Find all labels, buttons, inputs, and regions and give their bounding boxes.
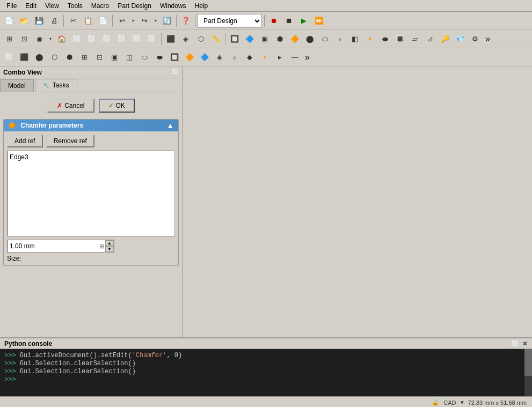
pd-btn2[interactable]: 🔷 (243, 32, 257, 46)
dimensions-label: 72.33 mm x 51.68 mm (468, 399, 527, 406)
pd-btn14[interactable]: ⊿ (423, 32, 437, 46)
add-ref-button[interactable]: Add ref (7, 135, 43, 147)
pd3-btn12[interactable]: 🔲 (167, 50, 181, 64)
maximize-icon[interactable]: ⬜ (171, 69, 179, 76)
left-btn[interactable]: ⬜ (145, 32, 159, 46)
pd3-btn9[interactable]: ◫ (122, 50, 136, 64)
menu-part-design[interactable]: Part Design (113, 1, 156, 11)
top-btn[interactable]: ⬜ (85, 32, 99, 46)
undo-btn[interactable]: ↩ (115, 14, 129, 28)
python-body[interactable]: >>> Gui.activeDocument().setEdit('Chamfe… (0, 349, 524, 396)
pd3-btn6[interactable]: ⊞ (77, 50, 91, 64)
pd-btn6[interactable]: ⬤ (303, 32, 317, 46)
copy-btn[interactable]: 📋 (81, 14, 95, 28)
redo-dropdown[interactable]: ▾ (152, 14, 159, 28)
pd3-btn13[interactable]: 🔶 (183, 50, 196, 64)
menu-file[interactable]: File (2, 1, 21, 11)
python-popout-icon[interactable]: ⬜ (511, 340, 519, 347)
pd3-btn20[interactable]: — (288, 50, 302, 64)
python-header-icons: ⬜ ✕ (511, 340, 528, 347)
pd3-btn2[interactable]: ⬛ (17, 50, 31, 64)
pd-btn10[interactable]: 🔸 (363, 32, 377, 46)
pd3-btn4[interactable]: ⬡ (47, 50, 61, 64)
chamfer-collapse-icon[interactable]: ▲ (166, 121, 174, 130)
pd-btn5[interactable]: 🔶 (288, 32, 302, 46)
macro-play-btn[interactable]: ▶ (297, 14, 311, 28)
fit-sel-btn[interactable]: ⊡ (17, 32, 31, 46)
undo-dropdown[interactable]: ▾ (130, 14, 136, 28)
pd-btn9[interactable]: ◧ (348, 32, 362, 46)
rear-btn[interactable]: ⬜ (115, 32, 129, 46)
tab-model[interactable]: Model (0, 79, 34, 92)
refresh-btn[interactable]: 🔄 (160, 14, 174, 28)
pd3-btn1[interactable]: ⬜ (2, 50, 16, 64)
front-btn[interactable]: ⬜ (70, 32, 84, 46)
cancel-button[interactable]: ✗ Cancel (47, 99, 94, 113)
home-btn[interactable]: 🏠 (55, 32, 69, 46)
pd-btn1[interactable]: 🔲 (228, 32, 242, 46)
pd-btn4[interactable]: ⬢ (273, 32, 287, 46)
macro-stop-btn[interactable]: ⏹ (282, 14, 296, 28)
edge-list[interactable]: Edge3 (7, 151, 175, 236)
draw-style-btn[interactable]: ◉ (32, 32, 46, 46)
pd3-btn14[interactable]: 🔷 (198, 50, 212, 64)
save-btn[interactable]: 💾 (32, 14, 46, 28)
pd3-btn19[interactable]: ▸ (273, 50, 287, 64)
more-btn[interactable]: » (485, 34, 490, 44)
python-close-icon[interactable]: ✕ (522, 340, 528, 347)
pd-btn8[interactable]: ⬨ (333, 32, 347, 46)
pd-btn17[interactable]: ⚙ (468, 32, 482, 46)
pd-btn7[interactable]: ⬭ (318, 32, 332, 46)
menu-edit[interactable]: Edit (21, 1, 41, 11)
pd3-btn11[interactable]: ⬬ (152, 50, 166, 64)
print-btn[interactable]: 🖨 (47, 14, 61, 28)
bottom-btn[interactable]: ⬜ (130, 32, 144, 46)
ok-button[interactable]: ✓ OK (99, 99, 135, 113)
remove-ref-button[interactable]: Remove ref (46, 135, 94, 147)
pd-btn11[interactable]: ⬬ (378, 32, 392, 46)
pd3-btn17[interactable]: ◆ (243, 50, 257, 64)
pd3-btn10[interactable]: ⬭ (137, 50, 151, 64)
spin-up[interactable]: ▲ (105, 240, 114, 246)
pd3-btn5[interactable]: ⬢ (62, 50, 76, 64)
ortho-btn[interactable]: ◈ (179, 32, 193, 46)
pd3-btn8[interactable]: ▣ (107, 50, 121, 64)
python-scroll-thumb[interactable] (524, 349, 532, 376)
pd-btn15[interactable]: 🔑 (438, 32, 452, 46)
pd-btn13[interactable]: ▱ (408, 32, 422, 46)
pd3-btn15[interactable]: ◈ (213, 50, 227, 64)
measure-btn[interactable]: 📏 (209, 32, 223, 46)
pd-btn12[interactable]: 🔳 (393, 32, 407, 46)
tab-tasks[interactable]: 🔧 Tasks (35, 79, 77, 92)
clip-btn[interactable]: ⬡ (194, 32, 208, 46)
menu-windows[interactable]: Windows (156, 1, 191, 11)
spin-down[interactable]: ▼ (105, 246, 114, 252)
size-input[interactable] (8, 241, 98, 251)
python-scrollbar[interactable] (524, 349, 532, 396)
right-btn[interactable]: ⬜ (100, 32, 114, 46)
redo-btn[interactable]: ↪ (137, 14, 151, 28)
pd-btn3[interactable]: ▣ (258, 32, 272, 46)
cut-btn[interactable]: ✂ (66, 14, 80, 28)
draw-style-arrow[interactable]: ▾ (47, 32, 54, 46)
menu-view[interactable]: View (41, 1, 63, 11)
help-btn[interactable]: ❓ (179, 14, 193, 28)
pd3-btn7[interactable]: ⊡ (92, 50, 106, 64)
menu-help[interactable]: Help (191, 1, 213, 11)
workbench-dropdown[interactable]: Part Design (198, 14, 262, 28)
pd-btn16[interactable]: 💎 (453, 32, 467, 46)
box-select-btn[interactable]: ⬛ (164, 32, 178, 46)
cad-dropdown-icon[interactable]: ▾ (461, 399, 464, 406)
new-btn[interactable]: 📄 (2, 14, 16, 28)
macro-record-btn[interactable]: ⏺ (267, 14, 281, 28)
fit-all-btn[interactable]: ⊞ (2, 32, 16, 46)
macro-exec-btn[interactable]: ⏩ (312, 14, 326, 28)
pd3-btn16[interactable]: ⬨ (228, 50, 242, 64)
more-btn2[interactable]: » (305, 53, 310, 62)
menu-macro[interactable]: Macro (87, 1, 113, 11)
open-btn[interactable]: 📂 (17, 14, 31, 28)
pd3-btn3[interactable]: ⬤ (32, 50, 46, 64)
menu-tools[interactable]: Tools (63, 1, 87, 11)
paste-btn[interactable]: 📄 (96, 14, 110, 28)
pd3-btn18[interactable]: 🔸 (258, 50, 272, 64)
